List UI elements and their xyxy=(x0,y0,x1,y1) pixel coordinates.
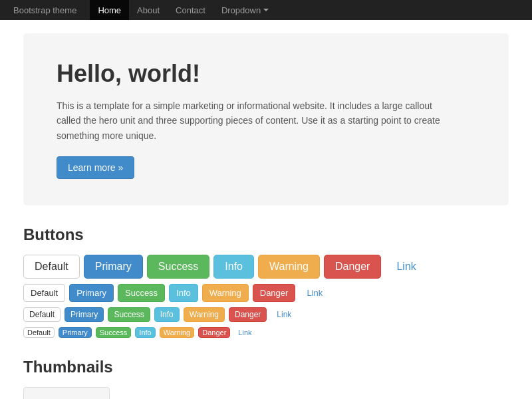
btn-success-lg[interactable]: Success xyxy=(147,255,209,279)
buttons-section: Buttons Default Primary Success Info War… xyxy=(23,225,509,338)
btn-info-sm[interactable]: Info xyxy=(154,307,180,322)
nav-item-about[interactable]: About xyxy=(129,0,168,20)
btn-default-lg[interactable]: Default xyxy=(23,255,80,279)
thumbnails-title: Thumbnails xyxy=(23,358,509,376)
nav-item-dropdown[interactable]: Dropdown xyxy=(213,0,277,20)
btn-primary-md[interactable]: Primary xyxy=(69,284,114,302)
btn-primary-sm[interactable]: Primary xyxy=(65,307,104,322)
btn-danger-lg[interactable]: Danger xyxy=(324,255,381,279)
btn-primary-xs[interactable]: Primary xyxy=(59,327,92,338)
btn-link-md[interactable]: Link xyxy=(299,284,330,302)
hero-unit: Hello, world! This is a template for a s… xyxy=(23,33,509,205)
btn-info-lg[interactable]: Info xyxy=(213,255,254,279)
btn-danger-xs[interactable]: Danger xyxy=(198,327,230,338)
btn-danger-sm[interactable]: Danger xyxy=(229,307,267,322)
btn-info-md[interactable]: Info xyxy=(169,284,198,302)
btn-link-xs[interactable]: Link xyxy=(234,327,255,338)
navbar-brand[interactable]: Bootstrap theme xyxy=(13,5,76,15)
btn-default-sm[interactable]: Default xyxy=(23,307,61,322)
btn-warning-lg[interactable]: Warning xyxy=(258,255,320,279)
btn-link-lg[interactable]: Link xyxy=(385,255,427,279)
thumbnails-section: Thumbnails 200x200 xyxy=(23,358,509,399)
button-row-xs: Default Primary Success Info Warning Dan… xyxy=(23,327,509,338)
nav-item-home[interactable]: Home xyxy=(90,0,129,20)
button-row-sm: Default Primary Success Info Warning Dan… xyxy=(23,307,509,322)
button-row-large: Default Primary Success Info Warning Dan… xyxy=(23,255,509,279)
btn-primary-lg[interactable]: Primary xyxy=(84,255,143,279)
btn-default-md[interactable]: Default xyxy=(23,284,65,302)
btn-warning-md[interactable]: Warning xyxy=(202,284,249,302)
hero-heading: Hello, world! xyxy=(57,60,475,88)
btn-danger-md[interactable]: Danger xyxy=(253,284,296,302)
chevron-down-icon xyxy=(263,9,269,11)
btn-link-sm[interactable]: Link xyxy=(271,307,297,322)
learn-more-button[interactable]: Learn more » xyxy=(57,156,134,179)
btn-success-xs[interactable]: Success xyxy=(96,327,132,338)
dropdown-label: Dropdown xyxy=(221,5,261,15)
nav-items: Home About Contact Dropdown xyxy=(90,0,277,20)
nav-item-contact[interactable]: Contact xyxy=(168,0,213,20)
btn-info-xs[interactable]: Info xyxy=(135,327,155,338)
thumbnail-item: 200x200 xyxy=(23,387,110,399)
btn-success-sm[interactable]: Success xyxy=(108,307,150,322)
btn-warning-xs[interactable]: Warning xyxy=(160,327,195,338)
button-row-md: Default Primary Success Info Warning Dan… xyxy=(23,284,509,302)
navbar: Bootstrap theme Home About Contact Dropd… xyxy=(0,0,532,20)
main-container: Hello, world! This is a template for a s… xyxy=(13,20,519,399)
btn-default-xs[interactable]: Default xyxy=(23,327,55,338)
btn-success-md[interactable]: Success xyxy=(118,284,165,302)
buttons-title: Buttons xyxy=(23,225,509,244)
btn-warning-sm[interactable]: Warning xyxy=(184,307,225,322)
hero-description: This is a template for a simple marketin… xyxy=(57,98,442,143)
